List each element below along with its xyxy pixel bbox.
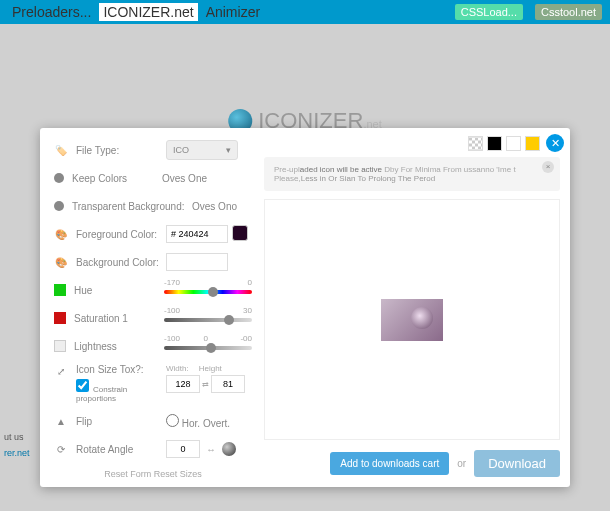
editor-modal: ✕ 🏷️ File Type: ICO▾ Keep Colors Oves On… [40,128,570,487]
resize-icon: ⤢ [54,364,68,378]
notice-box: × Pre-upladed icon will be active Dby Fo… [264,157,560,191]
fg-color-input[interactable] [166,225,228,243]
palette-icon: 🎨 [54,255,68,269]
rotate-arrows-icon[interactable]: ↔ [206,444,216,455]
bg-link-1[interactable]: rer.net [4,448,30,458]
nav-preloaders[interactable]: Preloaders... [8,3,95,21]
chevron-down-icon: ▾ [226,145,231,155]
dot-icon [54,201,64,211]
download-button[interactable]: Download [474,450,560,477]
fg-swatch[interactable] [232,225,248,241]
swatch-white[interactable] [506,136,521,151]
nav-animizer[interactable]: Animizer [202,3,264,21]
light-slider[interactable]: -1000-00 [164,336,252,356]
bg-swatches [264,136,560,151]
swatch-yellow[interactable] [525,136,540,151]
hue-label: Hue [74,285,164,296]
link-icon: ⇄ [202,380,209,389]
fg-label: Foreground Color: [76,229,166,240]
transparent-label: Transparent Background: [72,201,192,212]
hue-icon [54,284,66,296]
filetype-dropdown[interactable]: ICO▾ [166,140,238,160]
reset-links[interactable]: Reset Form Reset Sizes [54,469,252,479]
notice-close-icon[interactable]: × [542,161,554,173]
settings-panel: 🏷️ File Type: ICO▾ Keep Colors Oves One … [40,128,260,487]
saturation-icon [54,312,66,324]
filetype-label: File Type: [76,145,166,156]
swatch-black[interactable] [487,136,502,151]
filetype-icon: 🏷️ [54,143,68,157]
sat-label: Saturation 1 [74,313,164,324]
bg-color-input[interactable] [166,253,228,271]
rotate-label: Rotate Angle [76,444,166,455]
keepcolors-value[interactable]: Oves One [162,173,252,184]
nav-csstool[interactable]: Csstool.net [535,4,602,20]
flip-icon: ▲ [54,414,68,428]
lightness-icon [54,340,66,352]
add-to-cart-button[interactable]: Add to downloads cart [330,452,449,475]
keepcolors-label: Keep Colors [72,173,162,184]
palette-icon: 🎨 [54,227,68,241]
swatch-transparent[interactable] [468,136,483,151]
preview-area [264,199,560,440]
transparent-value[interactable]: Oves Ono [192,201,252,212]
rotate-icon: ⟳ [54,442,68,456]
flip-hor-radio[interactable] [166,414,179,427]
flip-hor-label: Hor. Overt. [182,418,230,429]
height-input[interactable] [211,375,245,393]
or-text: or [457,458,466,469]
bg-label: Background Color: [76,257,166,268]
light-label: Lightness [74,341,164,352]
size-label: Icon Size Tox?: [76,364,166,375]
preview-image [381,299,443,341]
close-button[interactable]: ✕ [546,134,564,152]
sat-slider[interactable]: -10030 [164,308,252,328]
constrain-checkbox[interactable] [76,379,89,392]
nav-cssload[interactable]: CSSLoad... [455,4,523,20]
bg-aboutus: ut us [4,432,24,442]
hue-slider[interactable]: -1700 [164,280,252,300]
rotate-input[interactable] [166,440,200,458]
rotate-dial-icon[interactable] [222,442,236,456]
flip-label: Flip [76,416,166,427]
topbar: Preloaders... ICONIZER.net Animizer CSSL… [0,0,610,24]
dot-icon [54,173,64,183]
width-input[interactable] [166,375,200,393]
preview-panel: × Pre-upladed icon will be active Dby Fo… [260,128,570,487]
nav-iconizer[interactable]: ICONIZER.net [99,3,197,21]
